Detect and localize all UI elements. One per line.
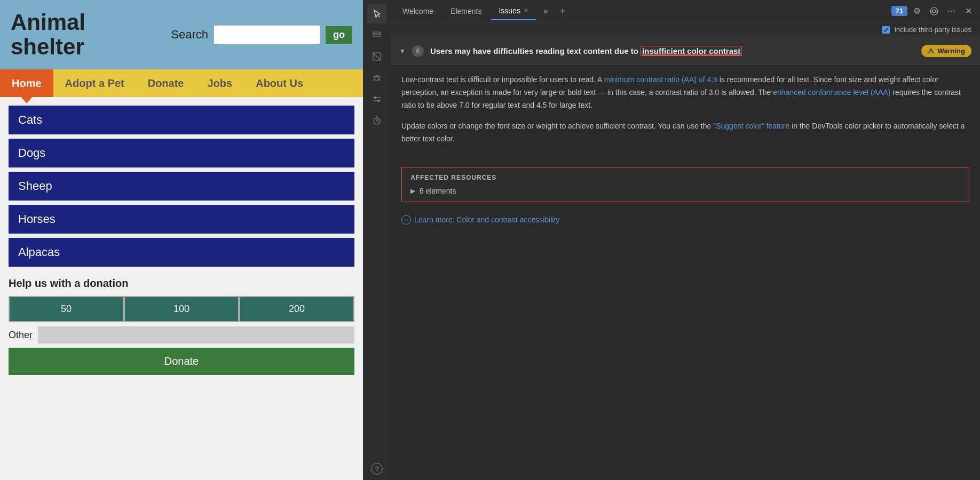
devtools-panel: Welcome Elements Issues ✕ » + 71 ⚙ [363, 0, 980, 480]
donation-other-label: Other [9, 330, 33, 341]
issue-count-circle: 6 [412, 45, 424, 57]
link-suggest-color[interactable]: "Suggest color" feature [713, 122, 789, 130]
donation-50-button[interactable]: 50 [9, 296, 124, 322]
include-third-party-label[interactable]: Include third-party issues [894, 26, 971, 34]
nav-donate[interactable]: Donate [136, 69, 196, 97]
cursor-icon[interactable] [367, 4, 386, 23]
more-options-button[interactable]: ⋯ [944, 4, 959, 19]
nav-adopt[interactable]: Adopt a Pet [53, 69, 136, 97]
list-item-alpacas[interactable]: Alpacas [9, 238, 354, 267]
svg-line-8 [373, 79, 375, 81]
affected-elements-count: 6 elements [420, 187, 456, 195]
bug-icon[interactable] [367, 68, 386, 87]
tab-welcome[interactable]: Welcome [395, 3, 441, 20]
new-tab-button[interactable]: + [555, 4, 570, 19]
svg-point-12 [374, 97, 376, 99]
nav-about[interactable]: About Us [244, 69, 315, 97]
affected-resources-title: AFFECTED RESOURCES [410, 174, 960, 181]
svg-line-6 [373, 76, 375, 77]
link-contrast-ratio[interactable]: minimum contrast ratio (AA) of 4.5 [604, 75, 717, 84]
svg-rect-2 [373, 35, 381, 36]
devtools-topbar: Welcome Elements Issues ✕ » + 71 ⚙ [391, 0, 980, 22]
include-third-party-row: Include third-party issues [391, 22, 980, 37]
include-third-party-checkbox[interactable] [882, 26, 890, 34]
svg-point-13 [377, 100, 380, 102]
affected-elements-row[interactable]: ▶ 6 elements [410, 187, 960, 195]
learn-more-row: → Learn more: Color and contrast accessi… [391, 211, 980, 235]
link-conformance-level[interactable]: enhanced conformance level (AAA) [773, 88, 890, 97]
website-panel: Animal shelter Search go Home Adopt a Pe… [0, 0, 363, 480]
profile-button[interactable] [927, 4, 942, 19]
site-nav: Home Adopt a Pet Donate Jobs About Us [0, 69, 363, 97]
devtools-help-icon[interactable]: ? [371, 463, 383, 475]
site-title: Animal shelter [11, 10, 85, 59]
svg-line-7 [379, 76, 381, 77]
animal-list: Cats Dogs Sheep Horses Alpacas [9, 106, 354, 267]
devtools-main: Welcome Elements Issues ✕ » + 71 ⚙ [391, 0, 980, 480]
learn-more-circle-icon: → [401, 215, 411, 225]
donation-100-button[interactable]: 100 [124, 296, 239, 322]
search-area: Search go [171, 25, 352, 44]
issue-paragraph-1: Low-contrast text is difficult or imposs… [401, 74, 969, 111]
issue-collapse-button[interactable]: ▼ [399, 47, 406, 55]
affected-resources-box: AFFECTED RESOURCES ▶ 6 elements [401, 167, 969, 202]
list-item-cats[interactable]: Cats [9, 106, 354, 134]
site-header: Animal shelter Search go [0, 0, 363, 69]
close-devtools-button[interactable]: ✕ [961, 4, 976, 19]
list-item-sheep[interactable]: Sheep [9, 172, 354, 201]
expand-elements-arrow[interactable]: ▶ [410, 187, 415, 195]
svg-line-0 [377, 15, 380, 18]
svg-line-4 [373, 53, 381, 60]
issue-body: Low-contrast text is difficult or imposs… [391, 65, 980, 163]
nav-jobs[interactable]: Jobs [196, 69, 244, 97]
donation-other-input[interactable] [38, 326, 354, 343]
tab-issues[interactable]: Issues ✕ [491, 2, 535, 20]
tab-issues-close[interactable]: ✕ [524, 7, 528, 14]
issue-header: ▼ 6 Users may have difficulties reading … [391, 37, 980, 65]
devtools-sidebar: ? [363, 0, 391, 480]
list-item-horses[interactable]: Horses [9, 205, 354, 234]
sliders-icon[interactable] [367, 90, 386, 109]
issue-title: Users may have difficulties reading text… [430, 46, 915, 55]
more-tabs-button[interactable]: » [538, 4, 553, 19]
svg-rect-1 [373, 32, 381, 34]
donation-200-button[interactable]: 200 [239, 296, 354, 322]
list-item-dogs[interactable]: Dogs [9, 139, 354, 167]
donation-section: Help us with a donation 50 100 200 Other… [9, 277, 354, 375]
donation-amounts: 50 100 200 [9, 296, 354, 322]
donation-other-row: Other [9, 326, 354, 343]
tab-elements[interactable]: Elements [443, 3, 489, 20]
search-go-button[interactable]: go [326, 26, 352, 44]
donation-title: Help us with a donation [9, 277, 354, 290]
warning-badge: ⚠ Warning [921, 45, 971, 57]
layers-icon[interactable] [367, 26, 386, 45]
warning-triangle-icon: ⚠ [928, 47, 934, 55]
svg-point-19 [932, 10, 936, 13]
no-image-icon[interactable] [367, 47, 386, 66]
issue-paragraph-2: Update colors or change the font size or… [401, 120, 969, 146]
search-input[interactable] [214, 25, 320, 44]
site-content: Cats Dogs Sheep Horses Alpacas Help us w… [0, 97, 363, 480]
svg-point-5 [375, 76, 379, 81]
issues-count-badge: 71 [891, 6, 907, 16]
settings-button[interactable]: ⚙ [910, 4, 924, 19]
svg-line-9 [379, 79, 381, 81]
search-label: Search [171, 28, 208, 42]
issues-content: ▼ 6 Users may have difficulties reading … [391, 37, 980, 480]
nav-home[interactable]: Home [0, 69, 53, 97]
donate-button[interactable]: Donate [9, 348, 354, 375]
timer-icon[interactable] [367, 111, 386, 130]
learn-more-link[interactable]: → Learn more: Color and contrast accessi… [401, 215, 969, 225]
help-circle-icon[interactable]: ? [371, 463, 383, 475]
